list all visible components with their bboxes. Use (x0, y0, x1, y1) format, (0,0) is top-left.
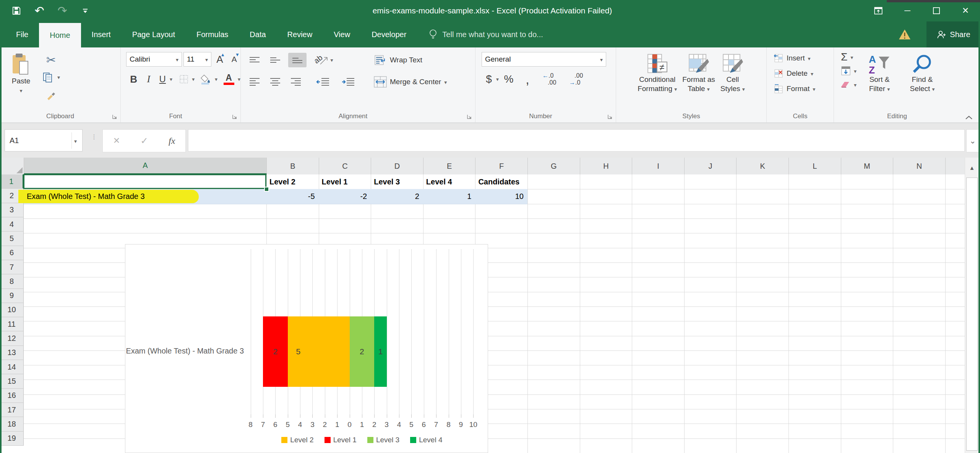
sort-filter-dropdown[interactable] (887, 85, 890, 93)
comma-button[interactable]: , (519, 72, 536, 86)
fill-color-dropdown[interactable] (215, 76, 217, 83)
currency-dropdown[interactable] (496, 76, 499, 83)
enter-icon[interactable]: ✓ (141, 135, 148, 146)
format-painter-button[interactable] (42, 87, 60, 103)
fill-button[interactable] (841, 64, 857, 77)
font-name-dropdown[interactable] (176, 55, 178, 64)
undo-icon[interactable]: ↶ (33, 4, 46, 17)
tab-review[interactable]: Review (277, 21, 323, 47)
autosum-dropdown[interactable] (850, 53, 853, 61)
insert-cells-dropdown[interactable] (808, 54, 811, 62)
row-header-9[interactable]: 9 (0, 289, 24, 303)
vertical-scrollbar[interactable]: ▲ (965, 158, 979, 453)
insert-cells-button[interactable]: Insert (774, 51, 834, 65)
row-header-5[interactable]: 5 (0, 231, 24, 246)
find-select-button[interactable]: Find & Select (902, 51, 942, 109)
tab-data[interactable]: Data (239, 21, 276, 47)
clear-button[interactable] (841, 78, 857, 91)
embedded-chart[interactable]: Exam (Whole Test) - Math Grade 3 Level 2… (125, 244, 488, 453)
select-all-corner[interactable] (0, 158, 24, 174)
bottom-align-button[interactable] (288, 53, 307, 67)
increase-indent-button[interactable] (338, 75, 358, 89)
decrease-decimal-button[interactable]: .00 →.0 (569, 72, 596, 86)
redo-icon[interactable]: ↷ (56, 4, 69, 17)
tab-page-layout[interactable]: Page Layout (122, 21, 186, 47)
column-header-A[interactable]: A (24, 158, 267, 174)
grow-font-button[interactable]: A▲ (213, 52, 227, 67)
name-box[interactable]: A1 (5, 129, 83, 152)
tab-home[interactable]: Home (39, 23, 81, 47)
minimize-button[interactable]: ─ (893, 0, 922, 21)
orientation-dropdown[interactable] (330, 57, 333, 64)
merge-center-button[interactable]: Merge & Center (374, 75, 447, 89)
row-header-15[interactable]: 15 (0, 374, 24, 388)
column-header-D[interactable]: D (371, 158, 423, 174)
clear-dropdown[interactable] (854, 80, 857, 89)
activation-warning[interactable] (898, 21, 911, 47)
ribbon-display-options-icon[interactable] (864, 0, 893, 21)
grid-cell-E2[interactable]: 1 (423, 189, 475, 204)
format-as-table-button[interactable]: Format as Table (682, 50, 715, 109)
bold-button[interactable]: B (126, 72, 141, 86)
name-box-dropdown[interactable] (71, 132, 79, 149)
row-header-13[interactable]: 13 (0, 346, 24, 360)
row-header-7[interactable]: 7 (0, 260, 24, 274)
font-color-dropdown[interactable] (238, 76, 240, 83)
font-size-dropdown[interactable] (205, 55, 208, 64)
font-size-combo[interactable]: 11 (183, 52, 211, 67)
font-color-button[interactable]: A (221, 72, 237, 86)
collapse-ribbon-button[interactable] (965, 115, 973, 120)
row-header-19[interactable]: 19 (0, 432, 24, 446)
column-header-I[interactable]: I (632, 158, 685, 174)
merge-center-dropdown[interactable] (444, 78, 447, 86)
row-header-18[interactable]: 18 (0, 417, 24, 431)
percent-button[interactable]: % (499, 72, 519, 86)
column-header-G[interactable]: G (528, 158, 580, 174)
number-dialog-launcher[interactable] (607, 114, 613, 119)
orientation-button[interactable]: ab (312, 53, 336, 67)
cancel-icon[interactable]: ✕ (113, 136, 120, 146)
delete-cells-dropdown[interactable] (811, 69, 813, 78)
italic-button[interactable]: I (142, 72, 155, 86)
grid-cell-F2[interactable]: 10 (475, 189, 527, 204)
formula-input[interactable] (188, 129, 965, 152)
sort-filter-button[interactable]: AZ Sort & Filter (860, 51, 899, 109)
conditional-formatting-button[interactable]: ≠ Conditional Formatting (638, 50, 677, 109)
column-header-M[interactable]: M (841, 158, 894, 174)
grid-cell-D2[interactable]: 2 (371, 189, 423, 204)
row-header-16[interactable]: 16 (0, 389, 24, 403)
cell-styles-dropdown[interactable] (742, 85, 745, 93)
grid-cell-C2[interactable]: -2 (319, 189, 371, 204)
tell-me-box[interactable]: Tell me what you want to do... (428, 21, 543, 47)
currency-button[interactable]: $ (482, 72, 496, 86)
clipboard-dialog-launcher[interactable] (112, 114, 117, 119)
scroll-up-icon[interactable]: ▲ (966, 160, 978, 175)
row-header-3[interactable]: 3 (0, 203, 24, 217)
align-center-button[interactable] (268, 75, 283, 89)
conditional-formatting-dropdown[interactable] (674, 85, 677, 93)
fill-color-button[interactable] (198, 72, 214, 86)
row-header-14[interactable]: 14 (0, 360, 24, 374)
fill-handle[interactable] (264, 187, 269, 192)
copy-dropdown[interactable] (57, 74, 60, 81)
grid-cell-F1[interactable]: Candidates (478, 174, 546, 189)
legend-item-level-2[interactable]: Level 2 (281, 436, 313, 444)
borders-button[interactable] (176, 72, 191, 86)
find-select-dropdown[interactable] (932, 85, 935, 93)
insert-function-icon[interactable]: fx (169, 136, 175, 146)
borders-dropdown[interactable] (192, 76, 195, 83)
row-header-10[interactable]: 10 (0, 303, 24, 317)
column-header-E[interactable]: E (423, 158, 476, 174)
tab-developer[interactable]: Developer (361, 21, 417, 47)
share-button[interactable]: Share (926, 21, 980, 47)
legend-item-level-3[interactable]: Level 3 (367, 436, 399, 444)
increase-decimal-button[interactable]: ←.0 .00 (542, 72, 569, 86)
format-as-table-dropdown[interactable] (707, 85, 710, 93)
paste-dropdown[interactable] (19, 86, 22, 95)
align-right-button[interactable] (288, 75, 303, 89)
maximize-button[interactable] (922, 0, 951, 21)
column-header-J[interactable]: J (685, 158, 737, 174)
shrink-font-button[interactable]: A▼ (228, 52, 240, 67)
format-cells-dropdown[interactable] (813, 85, 815, 93)
row-header-8[interactable]: 8 (0, 274, 24, 288)
